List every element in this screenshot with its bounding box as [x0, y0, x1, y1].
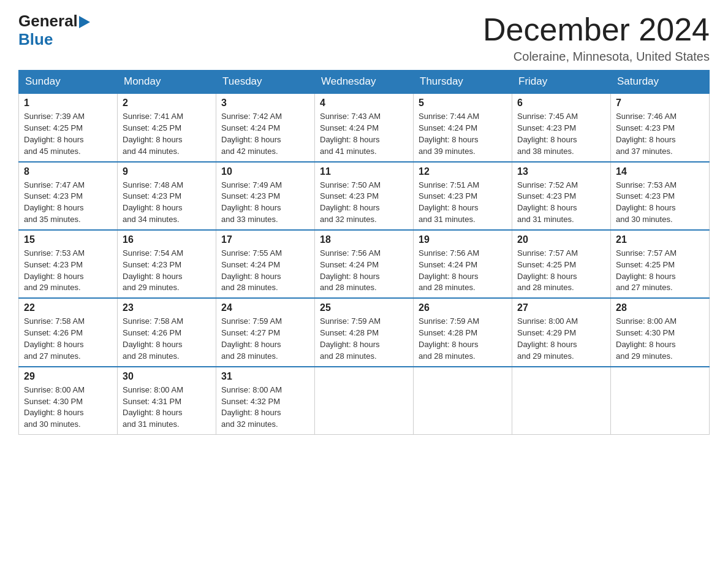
day-info: Sunrise: 7:46 AMSunset: 4:23 PMDaylight:…: [616, 111, 704, 157]
day-number: 28: [616, 302, 704, 313]
day-cell-11: 11Sunrise: 7:50 AMSunset: 4:23 PMDayligh…: [315, 162, 414, 230]
weekday-header-monday: Monday: [118, 71, 216, 94]
day-info: Sunrise: 7:59 AMSunset: 4:28 PMDaylight:…: [320, 316, 408, 362]
day-cell-16: 16Sunrise: 7:54 AMSunset: 4:23 PMDayligh…: [118, 230, 216, 298]
empty-cell: [611, 367, 710, 435]
day-cell-23: 23Sunrise: 7:58 AMSunset: 4:26 PMDayligh…: [118, 298, 216, 366]
weekday-header-thursday: Thursday: [414, 71, 512, 94]
day-info: Sunrise: 7:56 AMSunset: 4:24 PMDaylight:…: [419, 248, 507, 294]
day-cell-4: 4Sunrise: 7:43 AMSunset: 4:24 PMDaylight…: [315, 93, 414, 161]
day-info: Sunrise: 7:58 AMSunset: 4:26 PMDaylight:…: [123, 316, 211, 362]
logo-blue-text: Blue: [18, 30, 53, 48]
day-number: 15: [24, 234, 112, 245]
day-cell-6: 6Sunrise: 7:45 AMSunset: 4:23 PMDaylight…: [512, 93, 611, 161]
location: Coleraine, Minnesota, United States: [483, 50, 710, 64]
day-cell-13: 13Sunrise: 7:52 AMSunset: 4:23 PMDayligh…: [512, 162, 611, 230]
day-info: Sunrise: 7:58 AMSunset: 4:26 PMDaylight:…: [24, 316, 112, 362]
logo-general-text: General: [18, 12, 78, 31]
day-number: 1: [24, 98, 112, 109]
week-row-2: 8Sunrise: 7:47 AMSunset: 4:23 PMDaylight…: [19, 162, 710, 230]
day-cell-31: 31Sunrise: 8:00 AMSunset: 4:32 PMDayligh…: [216, 367, 315, 435]
day-cell-3: 3Sunrise: 7:42 AMSunset: 4:24 PMDaylight…: [216, 93, 315, 161]
day-cell-8: 8Sunrise: 7:47 AMSunset: 4:23 PMDaylight…: [19, 162, 118, 230]
day-cell-1: 1Sunrise: 7:39 AMSunset: 4:25 PMDaylight…: [19, 93, 118, 161]
day-number: 2: [123, 98, 211, 109]
day-number: 26: [419, 302, 507, 313]
day-number: 27: [517, 302, 605, 313]
day-number: 12: [419, 166, 507, 177]
day-info: Sunrise: 7:57 AMSunset: 4:25 PMDaylight:…: [517, 248, 605, 294]
day-info: Sunrise: 7:48 AMSunset: 4:23 PMDaylight:…: [123, 180, 211, 226]
day-cell-29: 29Sunrise: 8:00 AMSunset: 4:30 PMDayligh…: [19, 367, 118, 435]
day-info: Sunrise: 7:59 AMSunset: 4:28 PMDaylight:…: [419, 316, 507, 362]
day-number: 3: [221, 98, 309, 109]
day-info: Sunrise: 7:44 AMSunset: 4:24 PMDaylight:…: [419, 111, 507, 157]
day-number: 11: [320, 166, 408, 177]
weekday-header-sunday: Sunday: [19, 71, 118, 94]
day-cell-30: 30Sunrise: 8:00 AMSunset: 4:31 PMDayligh…: [118, 367, 216, 435]
day-cell-7: 7Sunrise: 7:46 AMSunset: 4:23 PMDaylight…: [611, 93, 710, 161]
day-info: Sunrise: 7:59 AMSunset: 4:27 PMDaylight:…: [221, 316, 309, 362]
day-cell-26: 26Sunrise: 7:59 AMSunset: 4:28 PMDayligh…: [414, 298, 512, 366]
day-number: 16: [123, 234, 211, 245]
logo-arrow-icon: [79, 16, 90, 28]
week-row-5: 29Sunrise: 8:00 AMSunset: 4:30 PMDayligh…: [19, 367, 710, 435]
day-info: Sunrise: 7:51 AMSunset: 4:23 PMDaylight:…: [419, 180, 507, 226]
week-row-1: 1Sunrise: 7:39 AMSunset: 4:25 PMDaylight…: [19, 93, 710, 161]
day-info: Sunrise: 8:00 AMSunset: 4:30 PMDaylight:…: [616, 316, 704, 362]
day-cell-21: 21Sunrise: 7:57 AMSunset: 4:25 PMDayligh…: [611, 230, 710, 298]
day-number: 7: [616, 98, 704, 109]
day-number: 14: [616, 166, 704, 177]
day-info: Sunrise: 7:42 AMSunset: 4:24 PMDaylight:…: [221, 111, 309, 157]
day-number: 6: [517, 98, 605, 109]
day-info: Sunrise: 7:54 AMSunset: 4:23 PMDaylight:…: [123, 248, 211, 294]
day-cell-17: 17Sunrise: 7:55 AMSunset: 4:24 PMDayligh…: [216, 230, 315, 298]
day-cell-19: 19Sunrise: 7:56 AMSunset: 4:24 PMDayligh…: [414, 230, 512, 298]
day-number: 4: [320, 98, 408, 109]
day-cell-14: 14Sunrise: 7:53 AMSunset: 4:23 PMDayligh…: [611, 162, 710, 230]
day-info: Sunrise: 7:52 AMSunset: 4:23 PMDaylight:…: [517, 180, 605, 226]
day-number: 18: [320, 234, 408, 245]
day-info: Sunrise: 7:43 AMSunset: 4:24 PMDaylight:…: [320, 111, 408, 157]
day-info: Sunrise: 7:53 AMSunset: 4:23 PMDaylight:…: [616, 180, 704, 226]
day-number: 22: [24, 302, 112, 313]
day-number: 5: [419, 98, 507, 109]
day-number: 9: [123, 166, 211, 177]
day-cell-2: 2Sunrise: 7:41 AMSunset: 4:25 PMDaylight…: [118, 93, 216, 161]
day-cell-9: 9Sunrise: 7:48 AMSunset: 4:23 PMDaylight…: [118, 162, 216, 230]
day-info: Sunrise: 7:49 AMSunset: 4:23 PMDaylight:…: [221, 180, 309, 226]
day-cell-10: 10Sunrise: 7:49 AMSunset: 4:23 PMDayligh…: [216, 162, 315, 230]
day-cell-28: 28Sunrise: 8:00 AMSunset: 4:30 PMDayligh…: [611, 298, 710, 366]
day-number: 20: [517, 234, 605, 245]
empty-cell: [512, 367, 611, 435]
day-number: 13: [517, 166, 605, 177]
day-info: Sunrise: 8:00 AMSunset: 4:29 PMDaylight:…: [517, 316, 605, 362]
day-info: Sunrise: 7:50 AMSunset: 4:23 PMDaylight:…: [320, 180, 408, 226]
svg-marker-0: [79, 16, 90, 28]
day-number: 29: [24, 371, 112, 382]
empty-cell: [315, 367, 414, 435]
day-cell-12: 12Sunrise: 7:51 AMSunset: 4:23 PMDayligh…: [414, 162, 512, 230]
day-info: Sunrise: 7:53 AMSunset: 4:23 PMDaylight:…: [24, 248, 112, 294]
day-info: Sunrise: 7:56 AMSunset: 4:24 PMDaylight:…: [320, 248, 408, 294]
day-number: 17: [221, 234, 309, 245]
day-number: 19: [419, 234, 507, 245]
logo: General Blue: [18, 12, 90, 49]
day-number: 8: [24, 166, 112, 177]
logo-line2: Blue: [18, 31, 90, 49]
day-info: Sunrise: 7:55 AMSunset: 4:24 PMDaylight:…: [221, 248, 309, 294]
day-info: Sunrise: 8:00 AMSunset: 4:30 PMDaylight:…: [24, 385, 112, 431]
day-cell-22: 22Sunrise: 7:58 AMSunset: 4:26 PMDayligh…: [19, 298, 118, 366]
day-cell-24: 24Sunrise: 7:59 AMSunset: 4:27 PMDayligh…: [216, 298, 315, 366]
day-info: Sunrise: 7:45 AMSunset: 4:23 PMDaylight:…: [517, 111, 605, 157]
day-number: 30: [123, 371, 211, 382]
day-cell-5: 5Sunrise: 7:44 AMSunset: 4:24 PMDaylight…: [414, 93, 512, 161]
page-header: General Blue December 2024 Coleraine, Mi…: [18, 12, 710, 64]
weekday-header-row: SundayMondayTuesdayWednesdayThursdayFrid…: [19, 71, 710, 94]
weekday-header-tuesday: Tuesday: [216, 71, 315, 94]
weekday-header-saturday: Saturday: [611, 71, 710, 94]
title-block: December 2024 Coleraine, Minnesota, Unit…: [483, 12, 710, 64]
month-title: December 2024: [483, 12, 710, 47]
day-number: 25: [320, 302, 408, 313]
day-number: 21: [616, 234, 704, 245]
